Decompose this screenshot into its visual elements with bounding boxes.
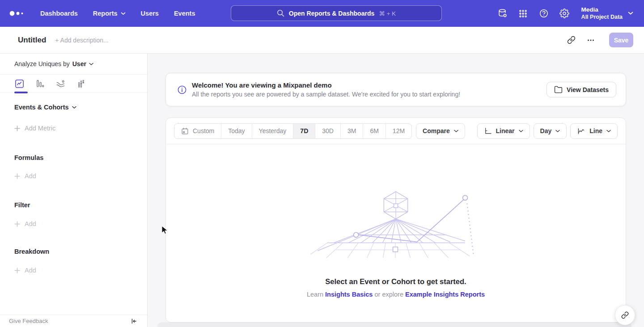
share-link-fab[interactable] xyxy=(615,305,635,325)
add-metric-button[interactable]: Add Metric xyxy=(14,125,147,132)
search-shortcut: ⌘ + K xyxy=(379,10,396,17)
compare-button[interactable]: Compare xyxy=(416,123,465,139)
scale-dropdown[interactable]: Linear xyxy=(477,123,530,139)
plus-icon xyxy=(14,173,20,179)
database-gear-icon xyxy=(498,8,508,18)
range-today[interactable]: Today xyxy=(221,124,251,138)
nav-reports[interactable]: Reports xyxy=(89,6,130,21)
range-custom[interactable]: Custom xyxy=(174,124,221,138)
empty-state-hint: Learn Insights Basics or explore Example… xyxy=(307,291,485,298)
grid-dots-icon xyxy=(518,9,528,18)
range-yesterday[interactable]: Yesterday xyxy=(252,124,293,138)
example-insights-reports-link[interactable]: Example Insights Reports xyxy=(405,291,485,298)
info-icon xyxy=(178,85,186,94)
range-3m[interactable]: 3M xyxy=(340,124,363,138)
range-6m[interactable]: 6M xyxy=(363,124,385,138)
query-builder-sidebar: Analyze Uniques by User xyxy=(0,54,148,327)
interval-dropdown[interactable]: Day xyxy=(534,123,567,139)
empty-state-title: Select an Event or Cohort to get started… xyxy=(325,277,466,286)
range-7d[interactable]: 7D xyxy=(293,124,315,138)
formulas-header: Formulas xyxy=(14,154,147,161)
add-filter-button[interactable]: Add xyxy=(14,220,147,227)
calendar-icon xyxy=(181,127,189,135)
collapse-left-icon xyxy=(130,318,137,325)
events-cohorts-header[interactable]: Events & Cohorts xyxy=(14,104,147,111)
date-range-segmented-control: Custom Today Yesterday 7D 30D 3M 6M 12M xyxy=(174,123,412,139)
welcome-banner: Welcome! You are viewing a Mixpanel demo… xyxy=(165,73,626,106)
tab-flow[interactable] xyxy=(55,79,65,88)
mixpanel-logo-icon xyxy=(9,10,26,17)
metrics-tab-icon xyxy=(76,79,86,88)
project-switcher[interactable]: Media All Project Data xyxy=(581,6,633,21)
gear-icon xyxy=(559,8,569,18)
help-circle-icon xyxy=(539,8,549,18)
report-description-placeholder[interactable]: + Add description... xyxy=(55,37,108,44)
give-feedback-link[interactable]: Give Feedback xyxy=(9,318,48,324)
chevron-down-icon xyxy=(454,130,458,133)
more-options-button[interactable] xyxy=(583,33,598,48)
apps-grid-button[interactable] xyxy=(515,5,531,21)
add-breakdown-button[interactable]: Add xyxy=(14,267,147,274)
banner-subtitle: All the reports you see are powered by a… xyxy=(192,91,460,98)
range-12m[interactable]: 12M xyxy=(386,124,411,138)
save-button[interactable]: Save xyxy=(609,33,633,47)
chevron-down-icon xyxy=(606,130,611,133)
global-search[interactable]: Open Reports & Dashboards ⌘ + K xyxy=(231,5,442,21)
chevron-down-icon xyxy=(555,130,560,133)
data-management-button[interactable] xyxy=(495,5,511,21)
chart-toolbar: Custom Today Yesterday 7D 30D 3M 6M 12M … xyxy=(166,118,626,144)
link-icon xyxy=(567,36,576,44)
nav-users[interactable]: Users xyxy=(136,6,163,21)
empty-state: Select an Event or Cohort to get started… xyxy=(166,144,626,298)
link-icon xyxy=(621,311,629,319)
linear-axis-icon xyxy=(484,127,492,135)
add-formula-button[interactable]: Add xyxy=(14,172,147,180)
nav-dashboards[interactable]: Dashboards xyxy=(36,6,82,21)
report-title[interactable]: Untitled xyxy=(18,36,46,45)
search-placeholder: Open Reports & Dashboards xyxy=(289,10,374,17)
bottom-panel-edge xyxy=(157,323,631,327)
primary-nav: Dashboards Reports Users Events xyxy=(36,6,199,21)
main-content: Welcome! You are viewing a Mixpanel demo… xyxy=(148,54,644,327)
chevron-down-icon xyxy=(72,106,76,109)
copy-link-button[interactable] xyxy=(564,33,579,48)
analyze-unit-dropdown[interactable]: User xyxy=(72,60,93,67)
collapse-sidebar-button[interactable] xyxy=(130,318,137,325)
bar-chart-tab-icon xyxy=(35,79,45,88)
settings-button[interactable] xyxy=(556,5,572,21)
folder-icon xyxy=(554,86,563,93)
analyze-row: Analyze Uniques by User xyxy=(0,54,147,75)
plus-icon xyxy=(14,221,20,227)
active-tab-indicator xyxy=(14,92,28,93)
top-nav: Dashboards Reports Users Events Open Rep… xyxy=(0,0,644,27)
project-name: Media xyxy=(581,6,623,14)
analyze-prefix: Analyze Uniques by xyxy=(14,60,70,67)
chart-type-dropdown[interactable]: Line xyxy=(570,123,618,139)
search-icon xyxy=(277,9,284,17)
chevron-down-icon xyxy=(628,12,633,15)
tab-metrics[interactable] xyxy=(76,79,86,88)
ellipsis-icon xyxy=(587,36,595,44)
chevron-down-icon xyxy=(89,63,93,66)
insights-basics-link[interactable]: Insights Basics xyxy=(325,291,373,298)
tab-insights-line[interactable] xyxy=(14,79,24,88)
mixpanel-logo[interactable] xyxy=(9,10,33,17)
nav-events[interactable]: Events xyxy=(169,6,200,21)
nav-right-group: Media All Project Data xyxy=(495,5,633,21)
chevron-down-icon xyxy=(121,12,126,15)
help-button[interactable] xyxy=(536,5,552,21)
insights-chart-card: Custom Today Yesterday 7D 30D 3M 6M 12M … xyxy=(165,117,626,323)
range-30d[interactable]: 30D xyxy=(315,124,340,138)
empty-state-illustration xyxy=(309,189,483,260)
project-scope: All Project Data xyxy=(581,14,623,21)
chevron-down-icon xyxy=(519,130,523,133)
report-header: Untitled + Add description... Save xyxy=(0,27,644,54)
banner-title: Welcome! You are viewing a Mixpanel demo xyxy=(192,81,460,89)
filter-header: Filter xyxy=(14,201,147,209)
line-chart-tab-icon xyxy=(15,79,24,88)
plus-icon xyxy=(14,268,20,273)
plus-icon xyxy=(14,126,20,131)
view-datasets-button[interactable]: View Datasets xyxy=(547,82,616,97)
visualization-tabs xyxy=(0,75,147,93)
tab-bar-chart[interactable] xyxy=(35,79,45,88)
